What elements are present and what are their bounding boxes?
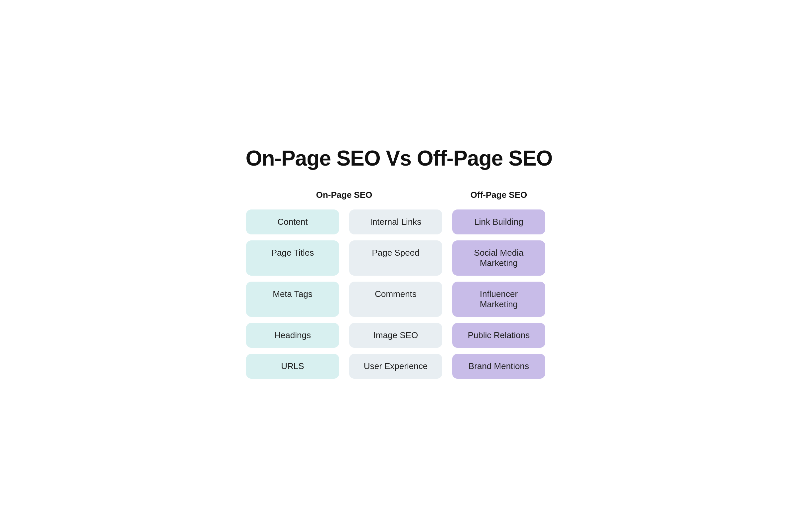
list-item: Link Building [452, 209, 545, 234]
list-item: Social Media Marketing [452, 241, 545, 276]
list-item: Public Relations [452, 323, 545, 348]
list-item: Image SEO [349, 323, 442, 348]
list-item: Brand Mentions [452, 354, 545, 379]
list-item: Meta Tags [246, 282, 339, 317]
onpage-header: On-Page SEO [246, 190, 442, 200]
list-item: Headings [246, 323, 339, 348]
list-item: URLS [246, 354, 339, 379]
page-container: On-Page SEO Vs Off-Page SEO On-Page SEO … [200, 127, 598, 405]
main-title: On-Page SEO Vs Off-Page SEO [226, 147, 572, 170]
list-item: Comments [349, 282, 442, 317]
list-item: Influencer Marketing [452, 282, 545, 317]
list-item: User Experience [349, 354, 442, 379]
offpage-header: Off-Page SEO [452, 190, 545, 200]
cards-grid: Content Internal Links Link Building Pag… [246, 209, 552, 379]
list-item: Page Titles [246, 241, 339, 276]
list-item: Content [246, 209, 339, 234]
list-item: Page Speed [349, 241, 442, 276]
list-item: Internal Links [349, 209, 442, 234]
